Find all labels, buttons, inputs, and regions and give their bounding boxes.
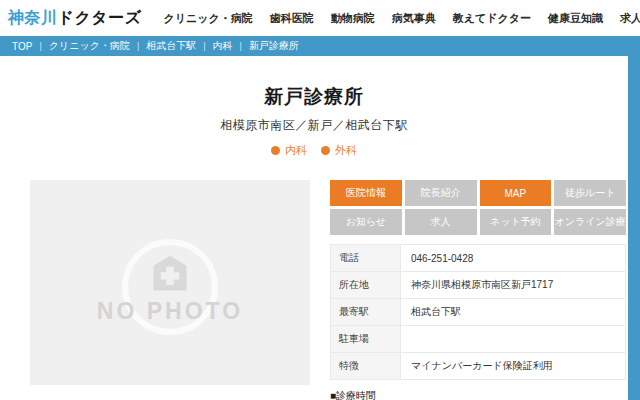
info-row: 最寄駅 相武台下駅 <box>331 299 626 326</box>
clinic-tab[interactable]: ネット予約 <box>480 209 552 235</box>
site-header: 神奈川ドクターズ クリニック・病院歯科医院動物病院病気事典教えてドクター健康豆知… <box>0 0 640 36</box>
department-tags: 内科 外科 <box>0 143 628 158</box>
breadcrumb-separator: | <box>203 41 205 51</box>
info-value <box>401 326 626 353</box>
content-card: 新戸診療所 相模原市南区／新戸／相武台下駅 内科 外科 <box>0 56 628 400</box>
no-photo-label: NO PHOTO <box>30 298 310 325</box>
breadcrumb-segment: 新戸診療所 | <box>249 39 299 53</box>
breadcrumb-item[interactable]: 相武台下駅 <box>146 39 196 53</box>
tag-dot-icon <box>321 146 330 155</box>
info-row: 電話 046-251-0428 <box>331 245 626 272</box>
info-label: 最寄駅 <box>331 299 401 326</box>
info-row: 特徴 マイナンバーカード保険証利用 <box>331 353 626 380</box>
breadcrumb-item[interactable]: 内科 <box>213 39 233 53</box>
clinic-location: 相模原市南区／新戸／相武台下駅 <box>0 117 628 134</box>
clinic-building-icon <box>148 252 192 296</box>
site-logo[interactable]: 神奈川ドクターズ <box>8 8 142 29</box>
clinic-tab[interactable]: オンライン診療 <box>554 209 626 235</box>
breadcrumb-segment: TOP | <box>12 41 49 52</box>
logo-name-text: ドクターズ <box>58 9 142 26</box>
clinic-tab[interactable]: 医院情報 <box>330 180 402 206</box>
clinic-photo-placeholder: NO PHOTO <box>30 180 310 385</box>
clinic-tab[interactable]: 院長紹介 <box>405 180 477 206</box>
nav-item[interactable]: 動物病院 <box>331 11 375 26</box>
info-label: 所在地 <box>331 272 401 299</box>
breadcrumb-segment: 相武台下駅 | <box>146 39 212 53</box>
info-value: マイナンバーカード保険証利用 <box>401 353 626 380</box>
main-area: 新戸診療所 相模原市南区／新戸／相武台下駅 内科 外科 <box>0 56 640 400</box>
info-label: 特徴 <box>331 353 401 380</box>
info-label: 電話 <box>331 245 401 272</box>
schedule-heading: ■診療時間 <box>330 389 626 400</box>
clinic-details: 医院情報院長紹介MAP徒歩ルート お知らせ求人ネット予約オンライン診療 電話 0… <box>330 180 626 400</box>
tag-label: 内科 <box>285 143 307 158</box>
breadcrumb-item[interactable]: TOP <box>12 41 32 52</box>
logo-region-text: 神奈川 <box>8 9 58 26</box>
content-columns: NO PHOTO 医院情報院長紹介MAP徒歩ルート お知らせ求人ネット予約オンラ… <box>0 180 628 400</box>
nav-item[interactable]: 教えてドクター <box>453 11 531 26</box>
department-tag[interactable]: 内科 <box>271 143 307 158</box>
clinic-info-table: 電話 046-251-0428 所在地 神奈川県相模原市南区新戸1717 最寄駅… <box>330 244 626 380</box>
title-block: 新戸診療所 相模原市南区／新戸／相武台下駅 内科 外科 <box>0 84 628 158</box>
clinic-tab[interactable]: MAP <box>480 180 552 206</box>
breadcrumb-separator: | <box>137 41 139 51</box>
tag-dot-icon <box>271 146 280 155</box>
clinic-title: 新戸診療所 <box>0 84 628 110</box>
tab-row-1: 医院情報院長紹介MAP徒歩ルート <box>330 180 626 206</box>
breadcrumb-separator: | <box>39 41 41 51</box>
info-value: 046-251-0428 <box>401 245 626 272</box>
clinic-tab[interactable]: 徒歩ルート <box>554 180 626 206</box>
info-label: 駐車場 <box>331 326 401 353</box>
info-value: 相武台下駅 <box>401 299 626 326</box>
breadcrumb-separator: | <box>240 41 242 51</box>
info-row: 所在地 神奈川県相模原市南区新戸1717 <box>331 272 626 299</box>
tab-row-2: お知らせ求人ネット予約オンライン診療 <box>330 209 626 235</box>
tag-label: 外科 <box>335 143 357 158</box>
department-tag[interactable]: 外科 <box>321 143 357 158</box>
nav-item[interactable]: クリニック・病院 <box>164 11 253 26</box>
main-nav: クリニック・病院歯科医院動物病院病気事典教えてドクター健康豆知識求人検索 <box>164 11 640 26</box>
breadcrumb-segment: 内科 | <box>213 39 249 53</box>
breadcrumb: TOP | クリニック・病院 | 相武台下駅 | 内科 | 新戸診療所 | <box>0 36 640 56</box>
breadcrumb-segment: クリニック・病院 | <box>49 39 147 53</box>
clinic-tab[interactable]: 求人 <box>405 209 477 235</box>
nav-item[interactable]: 病気事典 <box>392 11 436 26</box>
nav-item[interactable]: 求人検索 <box>620 11 640 26</box>
info-row: 駐車場 <box>331 326 626 353</box>
info-value: 神奈川県相模原市南区新戸1717 <box>401 272 626 299</box>
nav-item[interactable]: 健康豆知識 <box>548 11 603 26</box>
clinic-tab[interactable]: お知らせ <box>330 209 402 235</box>
breadcrumb-item[interactable]: 新戸診療所 <box>249 39 299 53</box>
nav-item[interactable]: 歯科医院 <box>270 11 314 26</box>
breadcrumb-item[interactable]: クリニック・病院 <box>49 39 130 53</box>
